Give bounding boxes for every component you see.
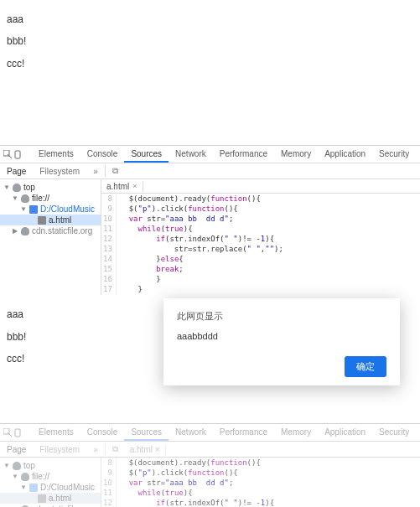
- tab-application[interactable]: Application: [318, 147, 372, 163]
- tab-sources[interactable]: Sources: [124, 147, 169, 163]
- close-icon[interactable]: ×: [155, 445, 160, 454]
- subtab-page[interactable]: Page: [0, 165, 33, 178]
- output-line[interactable]: bbb!: [7, 30, 413, 52]
- tab-audits[interactable]: Audits: [416, 425, 420, 441]
- file-tree: ▼top ▼file:// ▼D:/CloudMusic a.html ▶cdn…: [0, 179, 101, 295]
- tree-origin[interactable]: ▼file://: [0, 471, 101, 482]
- device-icon[interactable]: [14, 148, 23, 160]
- tab-console[interactable]: Console: [80, 425, 125, 441]
- alert-dialog: 此网页显示 aaabbddd 确定: [163, 298, 400, 385]
- file-icon: [38, 494, 46, 503]
- tab-security[interactable]: Security: [372, 425, 416, 441]
- close-icon[interactable]: ×: [132, 182, 137, 190]
- tree-file-selected[interactable]: a.html: [0, 493, 101, 504]
- tree-folder[interactable]: ▼D:/CloudMusic: [0, 204, 101, 215]
- output-line[interactable]: aaa: [7, 8, 413, 30]
- devtools-panel: Elements Console Sources Network Perform…: [0, 423, 420, 507]
- tab-memory[interactable]: Memory: [274, 147, 318, 163]
- subtab-filesystem[interactable]: Filesystem: [33, 443, 86, 456]
- editor-tab[interactable]: a.html ×: [125, 444, 166, 455]
- line-gutter: 8910111213141516171819: [101, 458, 117, 507]
- device-icon[interactable]: [14, 427, 23, 438]
- frame-icon: [13, 184, 21, 192]
- alert-ok-button[interactable]: 确定: [345, 356, 386, 377]
- line-gutter: 89101112131415161718192021222324: [101, 194, 117, 295]
- tab-security[interactable]: Security: [372, 147, 416, 163]
- inspect-icon[interactable]: [3, 148, 13, 160]
- tab-network[interactable]: Network: [169, 425, 213, 441]
- devtools-panel: Elements Console Sources Network Perform…: [0, 145, 420, 295]
- tree-origin[interactable]: ▼file://: [0, 193, 101, 204]
- folder-icon: [29, 484, 38, 492]
- folder-icon: [29, 205, 38, 214]
- tree-origin-cdn[interactable]: ▶cdn.staticfile.org: [0, 504, 101, 507]
- file-icon: [38, 216, 46, 225]
- tab-elements[interactable]: Elements: [32, 425, 80, 441]
- tree-top[interactable]: ▼top: [0, 182, 101, 193]
- editor-tab[interactable]: a.html×: [101, 181, 143, 192]
- tab-audits[interactable]: Audits: [416, 147, 420, 163]
- cloud-icon: [21, 194, 29, 203]
- tab-performance[interactable]: Performance: [213, 147, 274, 163]
- subtab-filesystem[interactable]: Filesystem: [33, 165, 86, 178]
- source-code[interactable]: $(document).ready(function(){ $("p").cli…: [117, 458, 287, 507]
- source-code[interactable]: $(document).ready(function(){ $("p").cli…: [117, 194, 287, 295]
- tree-folder[interactable]: ▼D:/CloudMusic: [0, 482, 101, 493]
- tree-file-selected[interactable]: a.html: [0, 215, 101, 225]
- file-tab-esc[interactable]: ⧉: [106, 164, 125, 178]
- alert-title: 此网页显示: [177, 310, 386, 323]
- tab-performance[interactable]: Performance: [213, 425, 274, 441]
- tab-application[interactable]: Application: [318, 425, 372, 441]
- tab-network[interactable]: Network: [169, 147, 213, 163]
- file-tree: ▼top ▼file:// ▼D:/CloudMusic a.html ▶cdn…: [0, 458, 101, 507]
- frame-icon: [13, 462, 21, 470]
- svg-rect-1: [15, 151, 20, 158]
- tab-sources[interactable]: Sources: [124, 425, 169, 441]
- cloud-icon: [21, 473, 29, 481]
- tab-elements[interactable]: Elements: [32, 147, 80, 163]
- svg-rect-3: [15, 429, 20, 437]
- tree-top[interactable]: ▼top: [0, 460, 101, 471]
- tab-console[interactable]: Console: [80, 147, 125, 163]
- cloud-icon: [21, 227, 29, 235]
- tree-origin-cdn[interactable]: ▶cdn.staticfile.org: [0, 225, 101, 236]
- subtab-page[interactable]: Page: [0, 443, 33, 456]
- inspect-icon[interactable]: [3, 427, 13, 438]
- overflow-icon[interactable]: »: [86, 165, 105, 178]
- alert-message: aaabbddd: [177, 331, 386, 341]
- output-line[interactable]: ccc!: [7, 53, 413, 75]
- devtools-toolbar: Elements Console Sources Network Perform…: [0, 146, 420, 163]
- overflow-icon[interactable]: »: [86, 443, 105, 456]
- file-tab-esc[interactable]: ⧉: [106, 442, 125, 456]
- tab-memory[interactable]: Memory: [274, 425, 318, 441]
